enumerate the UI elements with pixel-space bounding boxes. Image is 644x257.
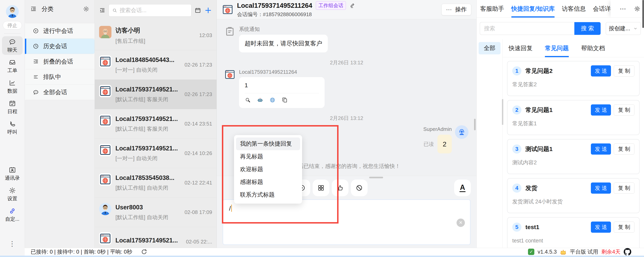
kb-scrollbar[interactable] <box>502 99 503 125</box>
conversation-item[interactable]: Local18485405443... [一对一] 自动关闭 02-26 17:… <box>95 50 216 80</box>
agent-stats: 已接待: 0 | 接待中: 0 | 首响: 0秒 | 平响: 0秒 <box>31 248 132 255</box>
quick-reply-option[interactable]: 感谢标题 <box>236 176 300 188</box>
rail-item-settings[interactable]: 设置 <box>2 185 23 203</box>
rail-item-call[interactable]: 呼叫 <box>2 118 23 137</box>
conversation-time: 02-05 22:... <box>186 239 212 245</box>
status-bar: 已接待: 0 | 接待中: 0 | 首响: 0秒 | 平响: 0秒 ✓ v1.4… <box>25 248 644 255</box>
send-button[interactable]: 发 送 <box>591 65 611 77</box>
copy-button[interactable]: 复 制 <box>614 221 634 233</box>
rail-item-schedule[interactable]: 日程 <box>2 98 23 116</box>
send-button[interactable]: 发 送 <box>591 104 611 116</box>
kb-search-row: 搜 索 按创建... <box>480 22 641 35</box>
conversation-item[interactable]: Local175937149521... [默认工作组] 客服关闭 02-14 … <box>95 109 216 139</box>
collapse-icon[interactable] <box>30 6 37 12</box>
rail-item-custom-link[interactable]: 自定... <box>2 205 23 224</box>
chat-scrollbar[interactable] <box>474 119 476 130</box>
gear-icon[interactable] <box>634 6 640 12</box>
quick-reply-option[interactable]: 再见标题 <box>236 150 300 163</box>
translate-globe-icon[interactable] <box>269 97 276 103</box>
copy-button[interactable]: 复 制 <box>614 143 634 155</box>
kb-search-input[interactable] <box>480 22 574 35</box>
more-tabs-button[interactable]: ⋯ <box>620 6 626 12</box>
faq-content: test1 content <box>512 237 634 245</box>
category-item-history[interactable]: 历史会话 <box>25 39 94 54</box>
block-button[interactable] <box>351 179 368 196</box>
chart-icon <box>9 79 16 87</box>
format-a-icon: A <box>460 184 466 192</box>
faq-content: 测试内容2 <box>512 159 634 167</box>
send-button[interactable]: 发 送 <box>591 182 611 194</box>
category-item-queue[interactable]: 排队中 <box>25 69 94 85</box>
copy-icon[interactable] <box>282 97 288 103</box>
tab-assistant[interactable]: 客服助手 <box>480 0 504 18</box>
send-button[interactable]: 发 送 <box>591 221 611 233</box>
conversation-search[interactable] <box>109 4 192 17</box>
quick-reply-option[interactable]: 欢迎标题 <box>236 163 300 176</box>
stop-button[interactable]: 停止 <box>3 21 22 30</box>
agent-avatar[interactable] <box>6 5 19 18</box>
send-button[interactable]: 发 送 <box>591 143 611 155</box>
conversation-time: 02-26 17:23 <box>184 62 212 68</box>
faq-card: 3 测试问题1 发 送 复 制 测试内容2 <box>507 139 640 174</box>
rail-item-chat[interactable]: 聊天 <box>2 36 23 55</box>
quick-reply-option[interactable]: 联系方式标题 <box>236 188 300 201</box>
tab-quick-replies[interactable]: 快速回复 <box>509 39 532 57</box>
action-button[interactable]: ⋯ 操作 <box>442 4 471 15</box>
kb-inner-tabs: 快速回复 常见问题 帮助文档 <box>503 39 644 57</box>
message-bubble: 1 <box>239 77 324 108</box>
rail-more-button[interactable]: ⋮ <box>0 240 25 248</box>
collapse-icon[interactable] <box>99 7 106 14</box>
copy-button[interactable]: 复 制 <box>614 104 634 116</box>
rail-item-data[interactable]: 数据 <box>2 77 23 96</box>
edit-icon[interactable] <box>350 3 356 9</box>
kb-search-button[interactable]: 搜 索 <box>574 22 600 35</box>
rail-item-tickets[interactable]: 工单 <box>2 57 23 75</box>
conversation-time: 02-26 17:23 <box>184 91 212 97</box>
format-button[interactable]: A <box>454 179 471 196</box>
conversation-item[interactable]: 访客小明 [售后工作组] 12:03 <box>95 21 216 50</box>
copy-button[interactable]: 复 制 <box>614 65 634 77</box>
robot-icon[interactable] <box>257 97 263 103</box>
resize-handle[interactable] <box>369 177 383 178</box>
conversation-item[interactable]: User8003 [默认工作组] 自动关闭 02-08 17:09 <box>95 198 216 227</box>
conversation-search-input[interactable] <box>119 7 188 14</box>
conversation-item-selected[interactable]: Local175937149521... [默认工作组] 客服关闭 02-26 … <box>95 80 216 109</box>
timestamp: 2月26日 13:12 <box>224 115 469 122</box>
add-conversation-icon[interactable] <box>204 6 212 14</box>
gear-icon[interactable] <box>83 6 89 12</box>
quick-reply-grid-button[interactable] <box>313 179 329 196</box>
conversation-item[interactable]: Local175937149521... 02-05 22:... <box>95 227 216 248</box>
tab-quick-reply-kb[interactable]: 快捷回复/知识库 <box>511 0 555 18</box>
category-item-all[interactable]: 全部会话 <box>25 85 94 100</box>
conversation-item[interactable]: Local17853545038... [默认工作组] 自动关闭 02-12 2… <box>95 168 216 198</box>
calendar-icon[interactable] <box>195 7 201 14</box>
rail-item-contacts[interactable]: 通讯录 <box>2 164 23 183</box>
like-button[interactable] <box>332 179 348 196</box>
category-item-collapsed[interactable]: 折叠的会话 <box>25 54 94 69</box>
quick-reply-option[interactable]: 我的第一条快捷回复 <box>236 137 300 150</box>
copy-button[interactable]: 复 制 <box>614 182 634 194</box>
headset-icon <box>457 128 466 136</box>
conversation-subtitle: [默认工作组] 客服关闭 <box>116 125 180 132</box>
conversation-time: 02-14 10:26 <box>184 150 212 156</box>
message-input[interactable]: / ✕ <box>223 199 470 245</box>
tab-help-docs[interactable]: 帮助文档 <box>581 39 605 57</box>
magnifier-icon[interactable] <box>244 97 251 103</box>
window-scrollbar[interactable] <box>642 0 644 28</box>
category-item-ongoing[interactable]: 进行中会话 <box>25 23 94 39</box>
faq-card: 4 发货 发 送 复 制 发货测试 24小时发货 <box>507 178 640 213</box>
rail-item-label: 数据 <box>7 88 17 94</box>
kb-group-all[interactable]: 全部 <box>478 42 500 54</box>
message-bubble: 超时未回复，请尽快回复客户 <box>239 35 328 52</box>
tab-faq[interactable]: 常见问题 <box>545 39 569 57</box>
faq-number-badge: 3 <box>512 144 522 154</box>
tab-visitor-info[interactable]: 访客信息 <box>562 0 586 18</box>
refresh-icon[interactable] <box>141 249 147 255</box>
sort-dropdown[interactable]: 按创建... <box>606 22 641 35</box>
chat-icon <box>9 38 16 46</box>
conversation-title: Local18485405443... <box>116 56 180 64</box>
clear-input-button[interactable]: ✕ <box>456 218 465 227</box>
github-icon[interactable] <box>624 248 631 255</box>
conversation-item[interactable]: Local175937149521... [一对一] 自动关闭 02-14 10… <box>95 139 216 168</box>
calendar-check-icon <box>9 100 16 107</box>
